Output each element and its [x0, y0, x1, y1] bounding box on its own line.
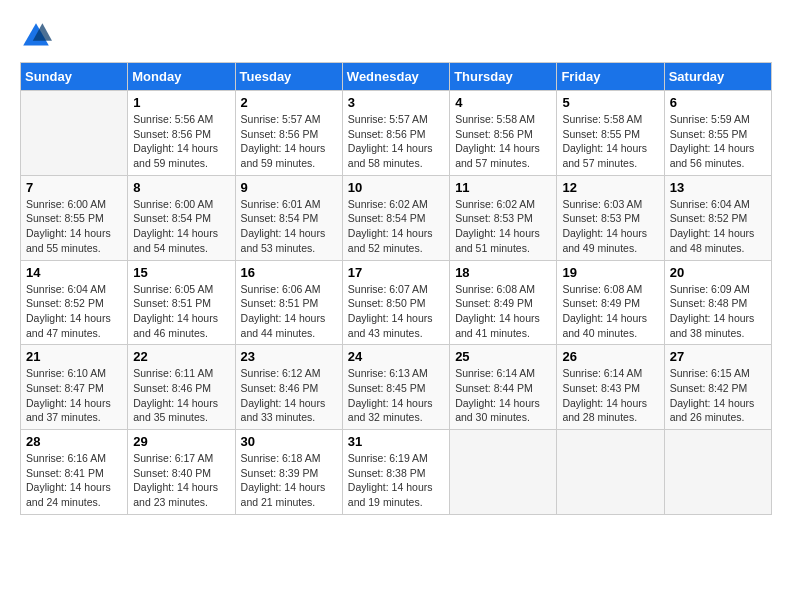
- day-number: 27: [670, 349, 766, 364]
- day-number: 8: [133, 180, 229, 195]
- day-number: 26: [562, 349, 658, 364]
- calendar-cell: 22Sunrise: 6:11 AMSunset: 8:46 PMDayligh…: [128, 345, 235, 430]
- day-info: Sunrise: 6:15 AMSunset: 8:42 PMDaylight:…: [670, 366, 766, 425]
- day-number: 24: [348, 349, 444, 364]
- day-number: 15: [133, 265, 229, 280]
- day-info: Sunrise: 5:56 AMSunset: 8:56 PMDaylight:…: [133, 112, 229, 171]
- calendar-cell: 19Sunrise: 6:08 AMSunset: 8:49 PMDayligh…: [557, 260, 664, 345]
- day-info: Sunrise: 6:13 AMSunset: 8:45 PMDaylight:…: [348, 366, 444, 425]
- day-number: 11: [455, 180, 551, 195]
- day-info: Sunrise: 6:05 AMSunset: 8:51 PMDaylight:…: [133, 282, 229, 341]
- day-info: Sunrise: 6:14 AMSunset: 8:43 PMDaylight:…: [562, 366, 658, 425]
- day-number: 22: [133, 349, 229, 364]
- day-info: Sunrise: 5:58 AMSunset: 8:56 PMDaylight:…: [455, 112, 551, 171]
- calendar-cell: 6Sunrise: 5:59 AMSunset: 8:55 PMDaylight…: [664, 91, 771, 176]
- day-number: 16: [241, 265, 337, 280]
- day-number: 17: [348, 265, 444, 280]
- calendar-table: SundayMondayTuesdayWednesdayThursdayFrid…: [20, 62, 772, 515]
- calendar-cell: 14Sunrise: 6:04 AMSunset: 8:52 PMDayligh…: [21, 260, 128, 345]
- day-number: 10: [348, 180, 444, 195]
- calendar-cell: 25Sunrise: 6:14 AMSunset: 8:44 PMDayligh…: [450, 345, 557, 430]
- day-number: 25: [455, 349, 551, 364]
- day-number: 30: [241, 434, 337, 449]
- calendar-cell: 7Sunrise: 6:00 AMSunset: 8:55 PMDaylight…: [21, 175, 128, 260]
- calendar-cell: 13Sunrise: 6:04 AMSunset: 8:52 PMDayligh…: [664, 175, 771, 260]
- calendar-cell: [21, 91, 128, 176]
- day-info: Sunrise: 6:06 AMSunset: 8:51 PMDaylight:…: [241, 282, 337, 341]
- calendar-cell: [664, 430, 771, 515]
- calendar-cell: 3Sunrise: 5:57 AMSunset: 8:56 PMDaylight…: [342, 91, 449, 176]
- calendar-cell: 28Sunrise: 6:16 AMSunset: 8:41 PMDayligh…: [21, 430, 128, 515]
- calendar-week-row: 7Sunrise: 6:00 AMSunset: 8:55 PMDaylight…: [21, 175, 772, 260]
- day-number: 29: [133, 434, 229, 449]
- calendar-cell: [450, 430, 557, 515]
- calendar-cell: [557, 430, 664, 515]
- day-number: 31: [348, 434, 444, 449]
- day-info: Sunrise: 5:59 AMSunset: 8:55 PMDaylight:…: [670, 112, 766, 171]
- day-number: 2: [241, 95, 337, 110]
- day-number: 20: [670, 265, 766, 280]
- day-info: Sunrise: 6:08 AMSunset: 8:49 PMDaylight:…: [455, 282, 551, 341]
- calendar-cell: 4Sunrise: 5:58 AMSunset: 8:56 PMDaylight…: [450, 91, 557, 176]
- calendar-cell: 11Sunrise: 6:02 AMSunset: 8:53 PMDayligh…: [450, 175, 557, 260]
- calendar-cell: 1Sunrise: 5:56 AMSunset: 8:56 PMDaylight…: [128, 91, 235, 176]
- calendar-cell: 10Sunrise: 6:02 AMSunset: 8:54 PMDayligh…: [342, 175, 449, 260]
- day-info: Sunrise: 6:00 AMSunset: 8:55 PMDaylight:…: [26, 197, 122, 256]
- day-info: Sunrise: 6:01 AMSunset: 8:54 PMDaylight:…: [241, 197, 337, 256]
- calendar-cell: 9Sunrise: 6:01 AMSunset: 8:54 PMDaylight…: [235, 175, 342, 260]
- day-info: Sunrise: 6:07 AMSunset: 8:50 PMDaylight:…: [348, 282, 444, 341]
- calendar-cell: 20Sunrise: 6:09 AMSunset: 8:48 PMDayligh…: [664, 260, 771, 345]
- calendar-week-row: 28Sunrise: 6:16 AMSunset: 8:41 PMDayligh…: [21, 430, 772, 515]
- calendar-cell: 27Sunrise: 6:15 AMSunset: 8:42 PMDayligh…: [664, 345, 771, 430]
- day-number: 23: [241, 349, 337, 364]
- calendar-week-row: 14Sunrise: 6:04 AMSunset: 8:52 PMDayligh…: [21, 260, 772, 345]
- day-info: Sunrise: 5:57 AMSunset: 8:56 PMDaylight:…: [241, 112, 337, 171]
- calendar-cell: 24Sunrise: 6:13 AMSunset: 8:45 PMDayligh…: [342, 345, 449, 430]
- weekday-header-saturday: Saturday: [664, 63, 771, 91]
- calendar-cell: 18Sunrise: 6:08 AMSunset: 8:49 PMDayligh…: [450, 260, 557, 345]
- calendar-cell: 23Sunrise: 6:12 AMSunset: 8:46 PMDayligh…: [235, 345, 342, 430]
- calendar-cell: 30Sunrise: 6:18 AMSunset: 8:39 PMDayligh…: [235, 430, 342, 515]
- day-number: 3: [348, 95, 444, 110]
- weekday-header-tuesday: Tuesday: [235, 63, 342, 91]
- calendar-week-row: 21Sunrise: 6:10 AMSunset: 8:47 PMDayligh…: [21, 345, 772, 430]
- calendar-cell: 15Sunrise: 6:05 AMSunset: 8:51 PMDayligh…: [128, 260, 235, 345]
- day-info: Sunrise: 6:00 AMSunset: 8:54 PMDaylight:…: [133, 197, 229, 256]
- day-number: 1: [133, 95, 229, 110]
- logo: [20, 20, 56, 52]
- weekday-header-sunday: Sunday: [21, 63, 128, 91]
- calendar-cell: 5Sunrise: 5:58 AMSunset: 8:55 PMDaylight…: [557, 91, 664, 176]
- day-number: 9: [241, 180, 337, 195]
- day-info: Sunrise: 6:04 AMSunset: 8:52 PMDaylight:…: [670, 197, 766, 256]
- calendar-cell: 31Sunrise: 6:19 AMSunset: 8:38 PMDayligh…: [342, 430, 449, 515]
- day-number: 13: [670, 180, 766, 195]
- calendar-cell: 12Sunrise: 6:03 AMSunset: 8:53 PMDayligh…: [557, 175, 664, 260]
- day-info: Sunrise: 6:02 AMSunset: 8:54 PMDaylight:…: [348, 197, 444, 256]
- day-number: 12: [562, 180, 658, 195]
- calendar-cell: 26Sunrise: 6:14 AMSunset: 8:43 PMDayligh…: [557, 345, 664, 430]
- calendar-cell: 16Sunrise: 6:06 AMSunset: 8:51 PMDayligh…: [235, 260, 342, 345]
- day-info: Sunrise: 6:14 AMSunset: 8:44 PMDaylight:…: [455, 366, 551, 425]
- calendar-week-row: 1Sunrise: 5:56 AMSunset: 8:56 PMDaylight…: [21, 91, 772, 176]
- day-info: Sunrise: 6:18 AMSunset: 8:39 PMDaylight:…: [241, 451, 337, 510]
- calendar-cell: 21Sunrise: 6:10 AMSunset: 8:47 PMDayligh…: [21, 345, 128, 430]
- calendar-cell: 29Sunrise: 6:17 AMSunset: 8:40 PMDayligh…: [128, 430, 235, 515]
- day-info: Sunrise: 6:10 AMSunset: 8:47 PMDaylight:…: [26, 366, 122, 425]
- weekday-header-wednesday: Wednesday: [342, 63, 449, 91]
- calendar-cell: 8Sunrise: 6:00 AMSunset: 8:54 PMDaylight…: [128, 175, 235, 260]
- day-info: Sunrise: 6:03 AMSunset: 8:53 PMDaylight:…: [562, 197, 658, 256]
- weekday-header-friday: Friday: [557, 63, 664, 91]
- day-info: Sunrise: 6:19 AMSunset: 8:38 PMDaylight:…: [348, 451, 444, 510]
- day-info: Sunrise: 5:58 AMSunset: 8:55 PMDaylight:…: [562, 112, 658, 171]
- day-number: 18: [455, 265, 551, 280]
- day-number: 21: [26, 349, 122, 364]
- day-info: Sunrise: 5:57 AMSunset: 8:56 PMDaylight:…: [348, 112, 444, 171]
- calendar-cell: 2Sunrise: 5:57 AMSunset: 8:56 PMDaylight…: [235, 91, 342, 176]
- calendar-cell: 17Sunrise: 6:07 AMSunset: 8:50 PMDayligh…: [342, 260, 449, 345]
- day-number: 7: [26, 180, 122, 195]
- logo-icon: [20, 20, 52, 52]
- day-number: 28: [26, 434, 122, 449]
- weekday-header-row: SundayMondayTuesdayWednesdayThursdayFrid…: [21, 63, 772, 91]
- day-number: 19: [562, 265, 658, 280]
- day-number: 5: [562, 95, 658, 110]
